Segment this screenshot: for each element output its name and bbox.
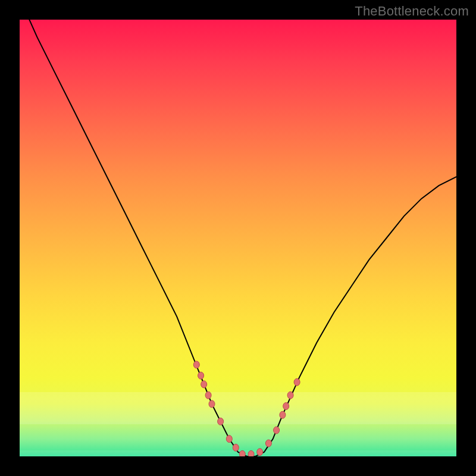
marker-dot <box>280 411 286 418</box>
marker-group <box>193 361 300 456</box>
marker-dot <box>283 403 289 410</box>
marker-dot <box>294 378 300 386</box>
chart-svg <box>20 20 456 456</box>
marker-dot <box>248 450 254 456</box>
marker-dot <box>205 392 211 399</box>
marker-dot <box>233 444 239 451</box>
bottleneck-curve <box>20 20 456 456</box>
marker-dot <box>201 381 207 388</box>
marker-dot <box>257 449 263 456</box>
plot-area <box>20 20 456 456</box>
marker-dot <box>218 418 224 425</box>
marker-dot <box>265 440 271 447</box>
marker-dot <box>209 400 215 408</box>
marker-dot <box>198 372 204 379</box>
marker-dot <box>239 450 245 456</box>
marker-dot <box>193 361 199 368</box>
marker-dot <box>287 392 293 399</box>
marker-dot <box>226 436 232 443</box>
watermark-text: TheBottleneck.com <box>355 4 469 19</box>
marker-dot <box>274 427 280 434</box>
